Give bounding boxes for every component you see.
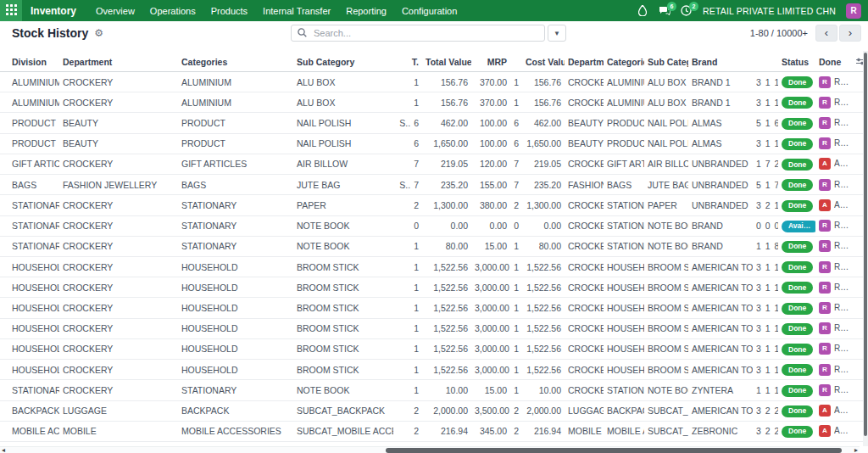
header-sub-category-2[interactable]: Sub Categ... xyxy=(644,53,688,72)
header-status[interactable]: Status xyxy=(778,53,815,72)
header-department[interactable]: Department xyxy=(59,53,178,72)
table-row[interactable]: HOUSEHOLD CROCKERY HOUSEHOLD BROOM STICK… xyxy=(0,277,863,298)
header-department-2[interactable]: Department xyxy=(565,53,604,72)
cell-mrp: 0.00 xyxy=(471,215,510,236)
table-row[interactable]: STATIONARY CROCKERY STATIONARY NOTE BOOK… xyxy=(0,236,863,256)
header-done[interactable]: Done xyxy=(815,53,853,72)
search-dropdown-toggle[interactable]: ▼ xyxy=(548,25,566,42)
header-sub-category[interactable]: Sub Category xyxy=(293,53,393,72)
cell-brand: BRAND 1 xyxy=(688,92,753,113)
cell-sub-category-2: PAPER xyxy=(644,195,688,215)
status-badge: Done xyxy=(782,323,813,335)
pager-next-button[interactable]: › xyxy=(839,25,861,42)
menu-internal-transfer[interactable]: Internal Transfer xyxy=(255,6,338,16)
menu-reporting[interactable]: Reporting xyxy=(338,6,394,16)
header-division[interactable]: Division xyxy=(0,53,59,72)
cell-total-value: 216.94 xyxy=(422,421,471,441)
page-title: Stock History xyxy=(0,26,88,40)
cell-mrp: 15.00 xyxy=(471,380,510,400)
menu-configuration[interactable]: Configuration xyxy=(394,6,465,16)
cell-department: CROCKERY xyxy=(59,360,178,380)
search-input[interactable] xyxy=(312,27,538,39)
cell-qty: 7 xyxy=(510,175,522,195)
cell-done-by: R RAM xyxy=(815,175,853,195)
table-row[interactable]: STATIONARY CROCKERY STATIONARY NOTE BOOK… xyxy=(0,215,863,236)
table-row[interactable]: HOUSEHOLD CROCKERY HOUSEHOLD BROOM STICK… xyxy=(0,318,863,338)
scroll-left-arrow-icon[interactable]: ◂ xyxy=(2,446,5,453)
cell-department-2: MOBILE xyxy=(565,421,604,441)
cell-division: HOUSEHOLD xyxy=(0,318,59,338)
discuss-icon[interactable]: 6 xyxy=(659,5,670,17)
cell-qty: 1 xyxy=(510,360,522,380)
table-row[interactable]: HOUSEHOLD CROCKERY HOUSEHOLD BROOM STICK… xyxy=(0,360,863,380)
cell-total-value: 80.00 xyxy=(422,236,471,256)
header-brand[interactable]: Brand xyxy=(688,53,753,72)
table-row[interactable]: GIFT ARTICLES CROCKERY GIFT ARTICLES AIR… xyxy=(0,154,863,174)
table-row[interactable]: STATIONARY CROCKERY STATIONARY NOTE BOOK… xyxy=(0,380,863,400)
cell-nums: 3 1 1 xyxy=(753,298,778,318)
activity-clock-icon[interactable]: 2 xyxy=(681,5,693,17)
cell-mrp: 100.00 xyxy=(471,113,510,133)
cell-done-by: R RAM xyxy=(815,298,853,318)
table-row[interactable]: ALUMINIUM CROCKERY ALUMINIUM ALU BOX 1 1… xyxy=(0,72,863,92)
header-nums[interactable] xyxy=(753,53,778,72)
user-avatar[interactable]: R xyxy=(846,3,861,19)
status-badge: Done xyxy=(782,344,813,355)
droplet-icon[interactable] xyxy=(637,5,648,17)
cell-nums: 3 2 2 xyxy=(753,400,778,421)
header-total-value[interactable]: Total Value xyxy=(422,53,471,72)
cell-t: 7 xyxy=(393,154,422,174)
menu-operations[interactable]: Operations xyxy=(142,6,203,16)
header-mrp[interactable]: MRP xyxy=(471,53,510,72)
status-badge: Done xyxy=(782,405,813,417)
table-body: ALUMINIUM CROCKERY ALUMINIUM ALU BOX 1 1… xyxy=(0,72,863,453)
cell-department-2: CROCKERY xyxy=(565,277,604,298)
table-row[interactable]: MOBILE ACCESSORIES MOBILE MOBILE ACCESSO… xyxy=(0,421,863,441)
table-row[interactable]: STATIONARY CROCKERY STATIONARY PAPER 2 1… xyxy=(0,195,863,215)
cell-total-value: 1,522.56 xyxy=(422,277,471,298)
cell-cost-value: 1,522.56 xyxy=(522,298,565,318)
app-name[interactable]: Inventory xyxy=(22,5,88,17)
horizontal-scrollbar-thumb[interactable] xyxy=(386,448,842,453)
table-row[interactable]: BACKPACK LUGGAGE BACKPACK SUBCAT_BACKPAC… xyxy=(0,400,863,421)
table-row[interactable]: BAGS FASHION JEWELLERY BAGS JUTE BAG S..… xyxy=(0,175,863,195)
cell-sub-category-2: BROOM S... xyxy=(644,338,688,359)
table-row[interactable]: HOUSEHOLD CROCKERY HOUSEHOLD BROOM STICK… xyxy=(0,338,863,359)
header-cost-value[interactable]: Cost Value xyxy=(522,53,565,72)
horizontal-scrollbar[interactable]: ◂ ▸ xyxy=(0,446,860,453)
vertical-scrollbar-thumb[interactable] xyxy=(864,53,867,436)
cell-t: 1 xyxy=(393,318,422,338)
header-t[interactable]: T. xyxy=(393,53,422,72)
cell-categories: ALUMINIUM xyxy=(178,72,293,92)
table-row[interactable]: HOUSEHOLD CROCKERY HOUSEHOLD BROOM STICK… xyxy=(0,298,863,318)
discuss-badge: 6 xyxy=(667,2,676,11)
optional-columns-icon[interactable] xyxy=(853,53,863,72)
apps-menu-button[interactable] xyxy=(0,0,22,21)
user-name: Admi. xyxy=(834,425,849,437)
header-qty[interactable] xyxy=(510,53,522,72)
cell-categories-2: ALUMINIUM xyxy=(604,92,644,113)
user-name: RAM xyxy=(834,282,849,294)
menu-products[interactable]: Products xyxy=(203,6,255,16)
table-row[interactable]: PRODUCT BEAUTY PRODUCT NAIL POLISH 6 1,6… xyxy=(0,133,863,154)
cell-qty: 1 xyxy=(510,277,522,298)
vertical-scrollbar[interactable] xyxy=(863,51,868,446)
cell-t: 6 xyxy=(393,133,422,154)
cell-t: 1 xyxy=(393,72,422,92)
header-categories[interactable]: Categories xyxy=(178,53,293,72)
cell-t: 1 xyxy=(393,380,422,400)
avatar: R xyxy=(819,322,831,334)
table-row[interactable]: PRODUCT BEAUTY PRODUCT NAIL POLISH S..6 … xyxy=(0,113,863,133)
cell-cost-value: 1,522.56 xyxy=(522,277,565,298)
cell-t: 1 xyxy=(393,338,422,359)
user-name: RAM xyxy=(834,97,849,109)
pager-previous-button[interactable]: ‹ xyxy=(815,25,837,42)
search-box[interactable] xyxy=(291,25,545,42)
company-name[interactable]: RETAIL PRIVATE LIMITED CHN xyxy=(703,6,836,16)
action-gear-icon[interactable]: ⚙ xyxy=(94,28,103,38)
scroll-right-arrow-icon[interactable]: ▸ xyxy=(854,446,858,453)
menu-overview[interactable]: Overview xyxy=(88,6,142,16)
header-categories-2[interactable]: Categories xyxy=(604,53,644,72)
table-row[interactable]: ALUMINIUM CROCKERY ALUMINIUM ALU BOX 1 1… xyxy=(0,92,863,113)
table-row[interactable]: HOUSEHOLD CROCKERY HOUSEHOLD BROOM STICK… xyxy=(0,256,863,277)
